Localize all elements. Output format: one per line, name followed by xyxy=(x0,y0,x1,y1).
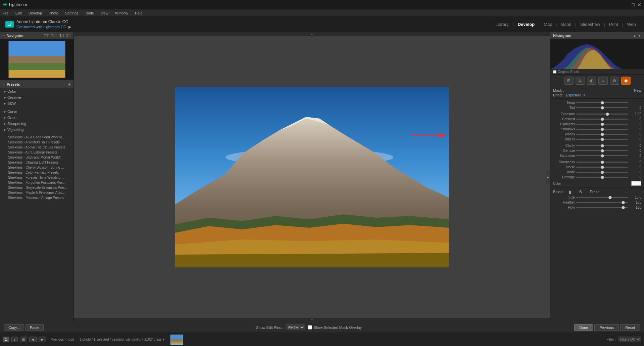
menu-help[interactable]: Help xyxy=(134,10,144,16)
filmstrip-source-label[interactable]: Previous Import xyxy=(51,338,74,341)
window-controls[interactable]: ─ □ ✕ xyxy=(626,2,641,7)
preset-item[interactable]: Sleeklens - Color Fantasy Presets xyxy=(0,170,73,175)
exposure-thumb[interactable] xyxy=(606,113,609,116)
brush-erase-button[interactable]: Erase xyxy=(589,189,601,194)
preset-item[interactable]: Sleeklens - Maple & Pinecones Autu... xyxy=(0,190,73,195)
filmstrip-thumbnail[interactable] xyxy=(170,335,183,345)
maximize-button[interactable]: □ xyxy=(632,2,635,7)
filmstrip-btn-2[interactable]: 2 xyxy=(11,337,18,342)
bottom-collapse-bar[interactable]: ▼ xyxy=(74,318,550,322)
nav-slideshow[interactable]: Slideshow xyxy=(578,20,603,28)
shadows-thumb[interactable] xyxy=(601,128,604,131)
effect-value[interactable]: Exposure xyxy=(566,93,581,97)
nav-web[interactable]: Web xyxy=(625,20,639,28)
defringe-slider[interactable] xyxy=(576,177,628,178)
nav-print[interactable]: Print xyxy=(606,20,621,28)
radial-tool-button[interactable]: ◉ xyxy=(621,77,631,85)
hist-collapse-icon[interactable]: ▼ xyxy=(638,34,641,38)
menu-settings[interactable]: Settings xyxy=(64,10,80,16)
paste-button[interactable]: Paste xyxy=(26,324,44,331)
preset-group-grain-header[interactable]: ▶ Grain xyxy=(0,115,73,121)
edit-pins-select[interactable]: Always xyxy=(286,325,305,330)
zoom-3-1[interactable]: 3:1 xyxy=(66,34,71,38)
crop-tool-button[interactable]: ⌗ xyxy=(576,77,585,85)
preset-item[interactable]: Sleeklens - Chasing Light Presets xyxy=(0,160,73,165)
sharpness-slider[interactable] xyxy=(576,162,628,163)
filmstrip-next-button[interactable]: ▶ xyxy=(39,337,46,342)
preset-item[interactable]: Sleeklens - Above The Clouds Presets xyxy=(0,145,73,150)
preset-item[interactable]: Sleeklens - Forgotten Postcards Pre... xyxy=(0,180,73,185)
blacks-slider[interactable] xyxy=(576,139,628,140)
redeye-tool-button[interactable]: ○ xyxy=(598,77,608,85)
menu-window[interactable]: Window xyxy=(114,10,130,16)
copy-button[interactable]: Copy... xyxy=(4,324,24,331)
menu-tools[interactable]: Tools xyxy=(84,10,95,16)
noise-slider[interactable] xyxy=(576,167,628,168)
zoom-fill[interactable]: FILL xyxy=(51,34,57,38)
filter-select[interactable]: Filters Off xyxy=(618,337,641,342)
reset-button[interactable]: Reset xyxy=(620,324,640,331)
whites-thumb[interactable] xyxy=(601,133,604,136)
preset-item[interactable]: Sleeklens - Cherry Blossom Spring ... xyxy=(0,165,73,170)
color-swatch[interactable] xyxy=(631,181,641,186)
highlights-slider[interactable] xyxy=(576,124,628,125)
nav-library[interactable]: Library xyxy=(493,20,511,28)
dehaze-thumb[interactable] xyxy=(601,149,604,153)
menu-file[interactable]: File xyxy=(1,10,10,16)
overlay-label[interactable]: Show Selected Mask Overlay xyxy=(308,325,362,330)
preset-item[interactable]: Sleeklens - A La Carta Food Workflo... xyxy=(0,135,73,140)
blacks-thumb[interactable] xyxy=(601,138,604,141)
contrast-slider[interactable] xyxy=(576,119,628,120)
saturation-slider[interactable] xyxy=(576,155,628,156)
navigator-header[interactable]: ▼ Navigator FIT FILL 1:1 3:1 xyxy=(0,32,73,39)
preset-item[interactable]: Sleeklens - A Winter's Tale Presets xyxy=(0,140,73,145)
menu-photo[interactable]: Photo xyxy=(47,10,60,16)
nav-book[interactable]: Book xyxy=(558,20,574,28)
tint-slider[interactable] xyxy=(576,107,628,108)
dehaze-slider[interactable] xyxy=(576,150,628,151)
top-collapse-bar[interactable]: ▲ xyxy=(74,32,550,36)
sharpness-thumb[interactable] xyxy=(601,161,604,164)
exposure-slider[interactable] xyxy=(576,114,628,115)
preset-group-curve-header[interactable]: ▶ Curve xyxy=(0,109,73,115)
preset-group-creative-header[interactable]: ▶ Creative xyxy=(0,94,73,100)
menu-view[interactable]: View xyxy=(99,10,110,16)
brush-a-button[interactable]: A xyxy=(567,189,573,194)
preset-group-vignetting-header[interactable]: ▶ Vignetting xyxy=(0,127,73,133)
nav-develop[interactable]: Develop xyxy=(515,20,538,28)
preset-item[interactable]: Sleeklens - Aura Laborar Presets xyxy=(0,150,73,155)
minimize-button[interactable]: ─ xyxy=(626,2,629,7)
preset-group-color-header[interactable]: ▶ Color xyxy=(0,88,73,94)
preset-group-sharpening-header[interactable]: ▶ Sharpening xyxy=(0,121,73,127)
preset-item[interactable]: Sleeklens - Forever Thine Wedding ... xyxy=(0,175,73,180)
moire-slider[interactable] xyxy=(576,172,628,173)
hist-expand-icon[interactable]: ▲ xyxy=(633,34,636,38)
zoom-1-1[interactable]: 1:1 xyxy=(59,34,64,38)
lr-title-text[interactable]: Get started with Lightroom CC xyxy=(16,25,66,29)
brush-b-button[interactable]: B xyxy=(578,189,583,194)
graduated-tool-button[interactable]: ⊙ xyxy=(610,77,619,85)
preset-item[interactable]: Sleeklens - Brick and Mortar Workfl... xyxy=(0,155,73,160)
nav-map[interactable]: Map xyxy=(541,20,555,28)
shadows-slider[interactable] xyxy=(576,129,628,130)
spot-tool-button[interactable]: ◎ xyxy=(587,77,596,85)
noise-thumb[interactable] xyxy=(601,166,604,169)
brush-feather-thumb[interactable] xyxy=(622,201,625,204)
whites-slider[interactable] xyxy=(576,134,628,135)
brush-flow-slider[interactable] xyxy=(576,207,628,208)
filmstrip-btn-1[interactable]: 1 xyxy=(3,337,9,342)
defringe-thumb[interactable] xyxy=(601,176,604,179)
temp-slider[interactable] xyxy=(576,102,628,103)
expand-right-button[interactable]: ▶ xyxy=(546,170,550,184)
filmstrip-prev-button[interactable]: ◀ xyxy=(29,337,37,342)
brush-feather-slider[interactable] xyxy=(576,202,628,203)
preset-item[interactable]: Sleek​lens - Memo​nto Vintage Presets xyxy=(0,195,73,200)
menu-develop[interactable]: Develop xyxy=(27,10,43,16)
previous-button[interactable]: Previous xyxy=(594,324,619,331)
presets-add-button[interactable]: + xyxy=(68,82,71,87)
overlay-checkbox[interactable] xyxy=(308,325,312,330)
moire-thumb[interactable] xyxy=(601,171,604,174)
close-button[interactable]: ✕ xyxy=(637,2,641,7)
temp-thumb[interactable] xyxy=(601,101,604,104)
preset-item[interactable]: Sleeklens - Greyscale Essentials Pres... xyxy=(0,185,73,190)
